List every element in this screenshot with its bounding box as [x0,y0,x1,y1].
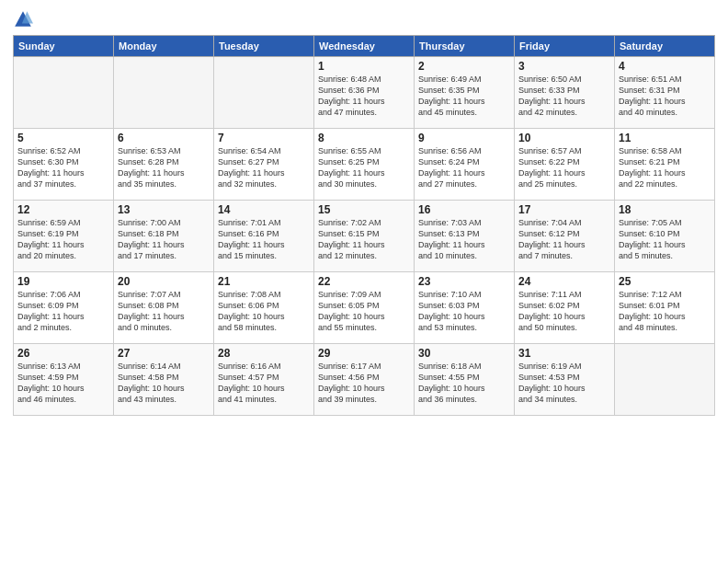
day-info: Sunrise: 6:51 AM Sunset: 6:31 PM Dayligh… [619,74,711,119]
day-number: 29 [318,347,410,360]
day-number: 9 [418,132,510,144]
day-info: Sunrise: 7:11 AM Sunset: 6:02 PM Dayligh… [518,289,610,334]
calendar-week-row: 5Sunrise: 6:52 AM Sunset: 6:30 PM Daylig… [14,129,715,201]
weekday-header-thursday: Thursday [415,36,515,57]
day-info: Sunrise: 6:57 AM Sunset: 6:22 PM Dayligh… [518,145,610,190]
day-number: 20 [118,275,210,288]
day-info: Sunrise: 6:53 AM Sunset: 6:28 PM Dayligh… [118,145,210,190]
day-info: Sunrise: 7:07 AM Sunset: 6:08 PM Dayligh… [118,289,210,334]
calendar-cell: 4Sunrise: 6:51 AM Sunset: 6:31 PM Daylig… [615,57,715,129]
calendar-cell: 27Sunrise: 6:14 AM Sunset: 4:58 PM Dayli… [114,344,214,416]
calendar-cell: 14Sunrise: 7:01 AM Sunset: 6:16 PM Dayli… [214,201,314,272]
calendar-cell [14,57,114,129]
calendar-cell: 26Sunrise: 6:13 AM Sunset: 4:59 PM Dayli… [14,344,114,416]
day-info: Sunrise: 7:02 AM Sunset: 6:15 PM Dayligh… [318,217,410,262]
calendar-cell: 7Sunrise: 6:54 AM Sunset: 6:27 PM Daylig… [214,129,314,201]
weekday-header-wednesday: Wednesday [314,36,415,57]
calendar-body: 1Sunrise: 6:48 AM Sunset: 6:36 PM Daylig… [14,57,715,416]
calendar-cell: 22Sunrise: 7:09 AM Sunset: 6:05 PM Dayli… [314,272,415,344]
calendar-cell: 13Sunrise: 7:00 AM Sunset: 6:18 PM Dayli… [114,201,214,272]
day-number: 12 [17,203,109,216]
day-info: Sunrise: 7:08 AM Sunset: 6:06 PM Dayligh… [218,289,310,334]
logo-icon [13,9,33,29]
day-number: 25 [619,275,711,288]
day-info: Sunrise: 6:59 AM Sunset: 6:19 PM Dayligh… [17,217,109,262]
day-info: Sunrise: 6:55 AM Sunset: 6:25 PM Dayligh… [318,145,410,190]
calendar-cell: 18Sunrise: 7:05 AM Sunset: 6:10 PM Dayli… [615,201,715,272]
calendar-cell [214,57,314,129]
day-number: 3 [518,60,610,73]
day-info: Sunrise: 6:19 AM Sunset: 4:53 PM Dayligh… [518,361,610,406]
day-number: 7 [218,132,310,144]
day-number: 4 [619,60,711,73]
day-info: Sunrise: 6:58 AM Sunset: 6:21 PM Dayligh… [619,145,711,190]
day-info: Sunrise: 7:05 AM Sunset: 6:10 PM Dayligh… [619,217,711,262]
calendar-week-row: 26Sunrise: 6:13 AM Sunset: 4:59 PM Dayli… [14,344,715,416]
calendar-cell: 16Sunrise: 7:03 AM Sunset: 6:13 PM Dayli… [415,201,515,272]
calendar-header: SundayMondayTuesdayWednesdayThursdayFrid… [14,36,715,57]
weekday-header-monday: Monday [114,36,214,57]
day-number: 5 [17,132,109,144]
day-number: 27 [118,347,210,360]
weekday-header-tuesday: Tuesday [214,36,314,57]
day-number: 18 [619,203,711,216]
calendar-cell: 21Sunrise: 7:08 AM Sunset: 6:06 PM Dayli… [214,272,314,344]
day-info: Sunrise: 7:03 AM Sunset: 6:13 PM Dayligh… [418,217,510,262]
day-info: Sunrise: 7:00 AM Sunset: 6:18 PM Dayligh… [118,217,210,262]
calendar-cell: 23Sunrise: 7:10 AM Sunset: 6:03 PM Dayli… [415,272,515,344]
calendar-cell: 11Sunrise: 6:58 AM Sunset: 6:21 PM Dayli… [615,129,715,201]
day-number: 22 [318,275,410,288]
calendar-cell: 15Sunrise: 7:02 AM Sunset: 6:15 PM Dayli… [314,201,415,272]
calendar-cell: 30Sunrise: 6:18 AM Sunset: 4:55 PM Dayli… [415,344,515,416]
calendar-cell: 8Sunrise: 6:55 AM Sunset: 6:25 PM Daylig… [314,129,415,201]
day-info: Sunrise: 6:52 AM Sunset: 6:30 PM Dayligh… [17,145,109,190]
calendar-cell: 12Sunrise: 6:59 AM Sunset: 6:19 PM Dayli… [14,201,114,272]
day-number: 15 [318,203,410,216]
calendar-cell: 29Sunrise: 6:17 AM Sunset: 4:56 PM Dayli… [314,344,415,416]
day-number: 14 [218,203,310,216]
calendar-cell: 17Sunrise: 7:04 AM Sunset: 6:12 PM Dayli… [515,201,615,272]
day-number: 30 [418,347,510,360]
day-info: Sunrise: 7:04 AM Sunset: 6:12 PM Dayligh… [518,217,610,262]
calendar-table: SundayMondayTuesdayWednesdayThursdayFrid… [13,35,715,416]
day-info: Sunrise: 6:14 AM Sunset: 4:58 PM Dayligh… [118,361,210,406]
day-number: 16 [418,203,510,216]
calendar-cell: 31Sunrise: 6:19 AM Sunset: 4:53 PM Dayli… [515,344,615,416]
weekday-header-saturday: Saturday [615,36,715,57]
day-info: Sunrise: 6:56 AM Sunset: 6:24 PM Dayligh… [418,145,510,190]
day-info: Sunrise: 6:16 AM Sunset: 4:57 PM Dayligh… [218,361,310,406]
calendar-cell: 5Sunrise: 6:52 AM Sunset: 6:30 PM Daylig… [14,129,114,201]
calendar-cell: 20Sunrise: 7:07 AM Sunset: 6:08 PM Dayli… [114,272,214,344]
logo [13,9,37,29]
calendar-cell [615,344,715,416]
day-info: Sunrise: 7:09 AM Sunset: 6:05 PM Dayligh… [318,289,410,334]
calendar-week-row: 12Sunrise: 6:59 AM Sunset: 6:19 PM Dayli… [14,201,715,272]
day-number: 2 [418,60,510,73]
day-number: 24 [518,275,610,288]
day-number: 8 [318,132,410,144]
weekday-header-row: SundayMondayTuesdayWednesdayThursdayFrid… [14,36,715,57]
calendar-week-row: 1Sunrise: 6:48 AM Sunset: 6:36 PM Daylig… [14,57,715,129]
calendar-cell: 3Sunrise: 6:50 AM Sunset: 6:33 PM Daylig… [515,57,615,129]
calendar-cell: 10Sunrise: 6:57 AM Sunset: 6:22 PM Dayli… [515,129,615,201]
calendar-cell: 25Sunrise: 7:12 AM Sunset: 6:01 PM Dayli… [615,272,715,344]
day-info: Sunrise: 6:48 AM Sunset: 6:36 PM Dayligh… [318,74,410,119]
day-number: 31 [518,347,610,360]
calendar-cell: 9Sunrise: 6:56 AM Sunset: 6:24 PM Daylig… [415,129,515,201]
day-number: 11 [619,132,711,144]
day-info: Sunrise: 6:49 AM Sunset: 6:35 PM Dayligh… [418,74,510,119]
day-info: Sunrise: 6:17 AM Sunset: 4:56 PM Dayligh… [318,361,410,406]
day-number: 21 [218,275,310,288]
day-info: Sunrise: 6:13 AM Sunset: 4:59 PM Dayligh… [17,361,109,406]
day-number: 19 [17,275,109,288]
day-number: 6 [118,132,210,144]
day-info: Sunrise: 7:12 AM Sunset: 6:01 PM Dayligh… [619,289,711,334]
day-number: 17 [518,203,610,216]
day-info: Sunrise: 6:18 AM Sunset: 4:55 PM Dayligh… [418,361,510,406]
day-number: 1 [318,60,410,73]
calendar-cell: 28Sunrise: 6:16 AM Sunset: 4:57 PM Dayli… [214,344,314,416]
calendar-week-row: 19Sunrise: 7:06 AM Sunset: 6:09 PM Dayli… [14,272,715,344]
calendar-cell [114,57,214,129]
day-info: Sunrise: 7:01 AM Sunset: 6:16 PM Dayligh… [218,217,310,262]
weekday-header-sunday: Sunday [14,36,114,57]
